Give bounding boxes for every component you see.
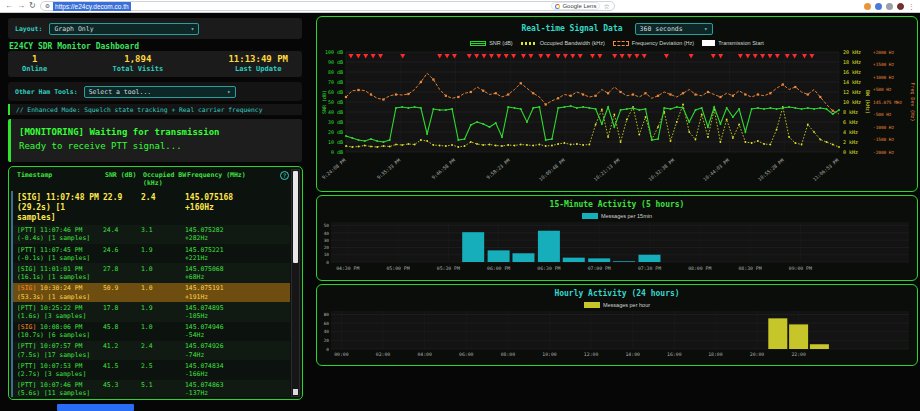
svg-text:30: 30 — [324, 238, 330, 243]
hourly-chart[interactable]: 02040608000:0002:0004:0006:0008:0010:001… — [317, 309, 916, 363]
svg-text:06:00 PM: 06:00 PM — [487, 266, 510, 271]
extension-icon-1[interactable] — [864, 3, 871, 10]
legend-item-bw: Occupied Bandwidth (kHz) — [521, 40, 605, 46]
extension-icon-2[interactable] — [875, 3, 882, 10]
svg-text:BW (kHz): BW (kHz) — [865, 90, 871, 114]
svg-text:18 kHz: 18 kHz — [843, 59, 861, 65]
activity15-chart[interactable]: 0102030405004:30 PM05:00 PM05:30 PM06:00… — [317, 220, 916, 278]
svg-text:08:30 PM: 08:30 PM — [738, 266, 761, 271]
time-window-select[interactable]: 360 seconds ▾ — [635, 23, 713, 35]
help-icon[interactable]: ? — [280, 171, 289, 180]
row-tag: [PTT] — [17, 381, 36, 389]
svg-text:100 dB: 100 dB — [325, 49, 343, 55]
svg-text:-2000 Hz: -2000 Hz — [873, 150, 895, 155]
refresh-button[interactable]: ↻ — [29, 2, 36, 10]
legend-item-15min: Messages per 15min — [582, 213, 652, 219]
svg-text:90 dB: 90 dB — [328, 59, 343, 65]
svg-text:20: 20 — [324, 338, 330, 343]
cell-bw: 1.0 — [141, 265, 185, 281]
chevron-down-icon: ▾ — [227, 88, 231, 95]
table-row[interactable]: [PTT] 10:25:22 PM (1.6s) [3 samples]17.8… — [13, 302, 290, 321]
table-row[interactable]: [SIG] 10:08:06 PM (10.7s) [6 samples]45.… — [13, 322, 290, 341]
cell-timestamp: [PTT] 10:07:46 PM (5.6s) [11 samples] — [17, 381, 103, 397]
svg-text:20:00: 20:00 — [750, 352, 765, 357]
cell-snr: 27.8 — [103, 265, 141, 281]
chevron-down-icon: ▾ — [191, 25, 195, 32]
cell-bw: 1.9 — [141, 304, 185, 320]
tools-label: Other Ham Tools: — [15, 88, 78, 96]
svg-text:9:58:23 PM: 9:58:23 PM — [486, 158, 511, 180]
legend-item-txstart: Transmission Start — [702, 40, 764, 46]
cell-bw: 5.1 — [141, 381, 185, 397]
table-row[interactable]: [PTT] 10:07:46 PM (5.6s) [11 samples]45.… — [13, 380, 290, 397]
site-info-icon[interactable]: ⚙ — [45, 3, 50, 9]
svg-text:6 kHz: 6 kHz — [843, 119, 858, 125]
cell-bw: 3.1 — [141, 226, 185, 242]
cell-snr: 17.8 — [103, 304, 141, 320]
row-tag: [SIG] — [17, 265, 36, 273]
table-row[interactable]: [PTT] 10:07:57 PM (7.5s) [17 samples]41.… — [13, 341, 290, 360]
svg-text:10:32:38 PM: 10:32:38 PM — [648, 158, 676, 182]
row-tag: [PTT] — [17, 304, 36, 312]
row-tag: [PTT] — [17, 246, 36, 254]
cell-timestamp: [PTT] 10:07:57 PM (7.5s) [17 samples] — [17, 342, 103, 358]
page-title: E24CY SDR Monitor Dashboard — [9, 42, 139, 51]
svg-text:9:24:08 PM: 9:24:08 PM — [321, 158, 346, 180]
bookmark-star-icon[interactable]: ☆ — [603, 3, 609, 10]
table-row[interactable]: [PTT] 10:07:53 PM (2.7s) [3 samples]41.5… — [13, 360, 290, 379]
row-tag: [PTT] — [17, 342, 36, 350]
svg-text:+500 Hz: +500 Hz — [873, 87, 892, 92]
stat-visits-value: 1,894 — [113, 54, 164, 65]
svg-text:16 kHz: 16 kHz — [843, 69, 861, 75]
monitoring-ready-line: Ready to receive PTT signal... — [19, 139, 294, 153]
cell-frequency: 145.074946-54Hz — [185, 323, 277, 339]
svg-text:0: 0 — [326, 347, 329, 352]
svg-text:-500 Hz: -500 Hz — [873, 112, 892, 117]
cell-timestamp: [SIG] 11:01:01 PM (16.1s) [1 samples] — [17, 265, 103, 281]
header-frequency: Frequency (MHz) — [187, 171, 279, 187]
forward-button[interactable]: → — [17, 2, 25, 10]
dashboard-page: Layout: Graph Only ▾ E24CY SDR Monitor D… — [0, 13, 920, 411]
google-lens-button[interactable]: Google Lens — [551, 2, 600, 10]
layout-select[interactable]: Graph Only ▾ — [49, 23, 199, 35]
stat-online: 1 Online — [22, 54, 47, 77]
profile-avatar[interactable] — [897, 3, 904, 10]
cell-snr: 41.5 — [103, 362, 141, 378]
table-row[interactable]: [SIG] 10:30:24 PM (53.3s) [1 samples]50.… — [13, 283, 290, 302]
cell-timestamp: [PTT] 11:07:45 PM (-0.1s) [1 samples] — [17, 246, 103, 262]
table-row[interactable]: [PTT] 11:07:45 PM (-0.1s) [1 samples]24.… — [13, 244, 290, 263]
table-scrollbar[interactable] — [291, 169, 300, 397]
cell-frequency: 145.074834-166Hz — [185, 362, 277, 378]
stat-online-label: Online — [22, 65, 47, 73]
svg-text:0: 0 — [326, 260, 329, 265]
header-snr: SNR (dB) — [105, 171, 143, 187]
realtime-chart[interactable]: 0 dB0 kHz10 dB2 kHz20 dB4 kHz30 dB6 kHz4… — [317, 48, 916, 190]
extension-icon-3[interactable] — [886, 3, 893, 10]
cell-timestamp: [SIG] 11:07:48 PM (29.2s) [1 samples] — [17, 193, 103, 224]
table-row[interactable]: [PTT] 11:07:46 PM (-0.4s) [1 samples]24.… — [13, 225, 290, 244]
svg-text:12:00: 12:00 — [584, 352, 599, 357]
bw-line-swatch — [521, 42, 537, 45]
header-bw: Occupied BW (kHz) — [143, 171, 187, 187]
cell-frequency: 145.075221+221Hz — [185, 246, 277, 262]
tools-select[interactable]: Select a tool... ▾ — [84, 86, 236, 98]
header-timestamp: Timestamp — [17, 171, 105, 187]
scrollbar-thumb[interactable] — [293, 171, 298, 263]
svg-text:30 dB: 30 dB — [328, 119, 343, 125]
monitoring-status-line: [MONITORING] Waiting for transmission — [19, 125, 294, 139]
table-row[interactable]: [SIG] 11:01:01 PM (16.1s) [1 samples]27.… — [13, 263, 290, 282]
svg-text:10:44:03 PM: 10:44:03 PM — [703, 158, 731, 182]
menu-icon[interactable]: ⋮ — [908, 3, 915, 10]
cell-frequency: 145.075168+160Hz — [185, 193, 277, 224]
url-text[interactable]: https://e24cy.decom.co.th — [53, 2, 131, 11]
table-row[interactable]: [SIG] 11:07:48 PM (29.2s) [1 samples]22.… — [13, 191, 290, 225]
stat-last-update-label: Last Update — [228, 65, 288, 73]
scrollbar-down-button[interactable] — [293, 389, 298, 395]
svg-text:10 kHz: 10 kHz — [843, 99, 861, 105]
svg-text:145.075 MHz: 145.075 MHz — [873, 100, 902, 105]
svg-text:4 kHz: 4 kHz — [843, 129, 858, 135]
svg-text:+1500 Hz: +1500 Hz — [873, 62, 895, 67]
back-button[interactable]: ← — [5, 2, 13, 10]
url-bar[interactable]: ⚙ https://e24cy.decom.co.th Google Lens … — [40, 1, 615, 11]
stat-online-value: 1 — [22, 54, 47, 65]
